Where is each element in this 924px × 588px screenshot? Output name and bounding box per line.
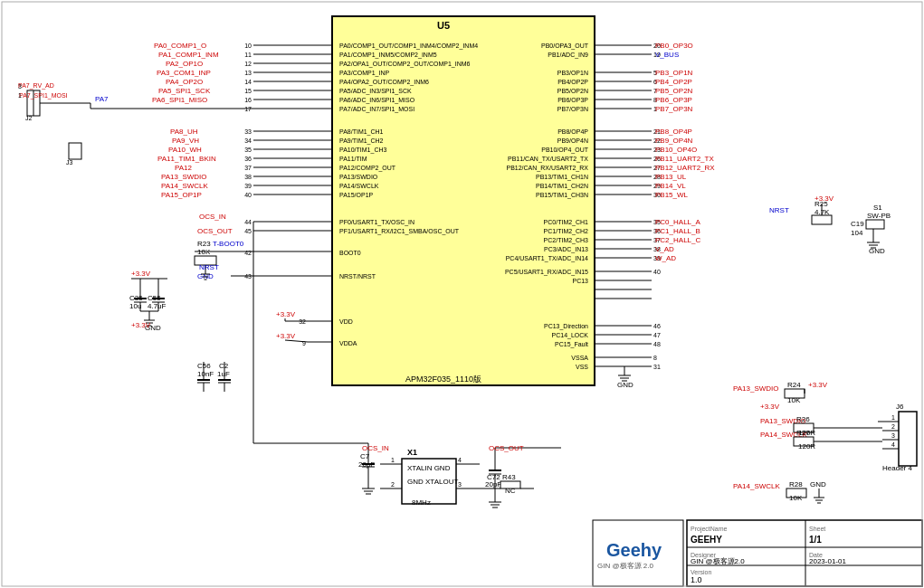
svg-text:OCS_OUT: OCS_OUT bbox=[197, 227, 233, 235]
svg-text:PA7_SPI1_MOSI: PA7_SPI1_MOSI bbox=[19, 92, 68, 100]
svg-rect-288 bbox=[794, 423, 814, 432]
svg-text:GND: GND bbox=[197, 272, 214, 280]
svg-text:10nF: 10nF bbox=[197, 370, 214, 378]
svg-text:8MHz: 8MHz bbox=[412, 498, 431, 507]
svg-text:X1: X1 bbox=[407, 448, 417, 457]
svg-text:PB1/ADC_IN9: PB1/ADC_IN9 bbox=[548, 52, 588, 59]
svg-text:VDD: VDD bbox=[339, 318, 353, 325]
svg-text:28: 28 bbox=[653, 174, 661, 180]
svg-text:VSS: VSS bbox=[576, 364, 588, 370]
svg-text:PA13/SWDIO: PA13/SWDIO bbox=[339, 174, 378, 180]
svg-text:PA6/ADC_IN6/SPI1_MISO: PA6/ADC_IN6/SPI1_MISO bbox=[339, 97, 415, 104]
svg-text:Version: Version bbox=[691, 569, 711, 575]
svg-text:PB13_UL: PB13_UL bbox=[655, 173, 687, 181]
svg-text:7: 7 bbox=[653, 88, 657, 94]
svg-text:PA14_SWCLK: PA14_SWCLK bbox=[161, 182, 209, 190]
svg-text:35: 35 bbox=[653, 219, 661, 225]
svg-text:PA10_WH: PA10_WH bbox=[168, 146, 202, 154]
svg-text:GND: GND bbox=[810, 480, 826, 488]
svg-text:PB3/OP1N: PB3/OP1N bbox=[557, 70, 588, 76]
svg-text:U5: U5 bbox=[437, 20, 450, 31]
svg-text:ProjectName: ProjectName bbox=[691, 526, 728, 533]
svg-text:26: 26 bbox=[653, 156, 661, 162]
svg-text:10u: 10u bbox=[129, 302, 141, 310]
svg-rect-306 bbox=[402, 459, 456, 504]
svg-text:PC4/USART1_TX/ADC_IN14: PC4/USART1_TX/ADC_IN14 bbox=[506, 255, 588, 262]
svg-text:PA13_SWDIO: PA13_SWDIO bbox=[161, 173, 207, 181]
svg-text:PA9/TIM1_CH2: PA9/TIM1_CH2 bbox=[339, 138, 384, 145]
svg-text:PA2_OP1O: PA2_OP1O bbox=[166, 60, 203, 68]
svg-text:40: 40 bbox=[244, 192, 252, 198]
svg-text:40: 40 bbox=[653, 269, 661, 275]
svg-text:PB5_OP2N: PB5_OP2N bbox=[655, 87, 693, 95]
svg-text:+3.3V: +3.3V bbox=[760, 403, 780, 411]
svg-text:PB13/TIM1_CH1N: PB13/TIM1_CH1N bbox=[536, 174, 588, 181]
svg-text:13: 13 bbox=[244, 70, 252, 76]
svg-text:PB11/CAN_TX/USART2_TX: PB11/CAN_TX/USART2_TX bbox=[508, 156, 588, 163]
svg-text:C35: C35 bbox=[129, 294, 143, 302]
svg-text:+3.3V: +3.3V bbox=[276, 310, 296, 318]
svg-text:PB14/TIM1_CH2N: PB14/TIM1_CH2N bbox=[536, 183, 588, 190]
svg-line-239 bbox=[285, 340, 308, 342]
svg-text:44: 44 bbox=[244, 219, 252, 225]
svg-text:GEEHY: GEEHY bbox=[691, 535, 722, 545]
svg-text:PA15_OP1P: PA15_OP1P bbox=[161, 191, 202, 199]
svg-text:1: 1 bbox=[18, 92, 22, 99]
svg-text:PA12: PA12 bbox=[175, 164, 193, 172]
svg-text:PC0/TIM2_CH1: PC0/TIM2_CH1 bbox=[544, 219, 589, 226]
svg-text:PB8_OP4P: PB8_OP4P bbox=[655, 128, 692, 136]
svg-text:37: 37 bbox=[244, 165, 252, 171]
svg-text:10K: 10K bbox=[197, 248, 211, 256]
svg-rect-188 bbox=[27, 90, 40, 116]
svg-text:10K: 10K bbox=[789, 494, 803, 502]
svg-text:PC14_LOCK: PC14_LOCK bbox=[552, 332, 589, 339]
svg-text:+3.3V: +3.3V bbox=[808, 381, 828, 389]
svg-text:12: 12 bbox=[244, 61, 252, 67]
svg-text:PA7/ADC_IN7/SPI1_MOSI: PA7/ADC_IN7/SPI1_MOSI bbox=[339, 106, 414, 113]
svg-text:PC2/TIM2_CH3: PC2/TIM2_CH3 bbox=[544, 237, 589, 244]
svg-text:19: 19 bbox=[653, 52, 661, 58]
svg-text:PB4_OP2P: PB4_OP2P bbox=[655, 78, 692, 86]
svg-text:R26: R26 bbox=[796, 415, 810, 423]
svg-text:21: 21 bbox=[653, 128, 661, 135]
svg-text:PA14_SWCLK: PA14_SWCLK bbox=[760, 431, 808, 439]
svg-text:2023-01-01: 2023-01-01 bbox=[809, 557, 846, 565]
svg-text:47: 47 bbox=[653, 332, 661, 338]
svg-text:PA3_COM1_INP: PA3_COM1_INP bbox=[157, 69, 211, 77]
svg-text:R23: R23 bbox=[197, 240, 211, 248]
svg-text:22: 22 bbox=[653, 138, 661, 144]
svg-rect-0 bbox=[332, 16, 595, 385]
svg-text:GND  XTALOUT: GND XTALOUT bbox=[407, 478, 458, 486]
svg-text:Geehy: Geehy bbox=[606, 540, 662, 560]
svg-text:PB6/OP3P: PB6/OP3P bbox=[557, 97, 588, 103]
svg-text:3: 3 bbox=[891, 432, 895, 439]
svg-text:PA1_COMP1_INM: PA1_COMP1_INM bbox=[158, 51, 219, 59]
svg-text:46: 46 bbox=[653, 323, 661, 329]
svg-text:PC15_Fault: PC15_Fault bbox=[555, 341, 588, 348]
svg-text:R27: R27 bbox=[796, 429, 810, 437]
svg-text:PA8/TIM1_CH1: PA8/TIM1_CH1 bbox=[339, 128, 384, 136]
svg-text:29: 29 bbox=[653, 183, 661, 189]
svg-text:15: 15 bbox=[244, 88, 252, 94]
svg-text:PA0_COMP1_O: PA0_COMP1_O bbox=[154, 42, 206, 50]
svg-text:PA9_VH: PA9_VH bbox=[172, 137, 199, 145]
svg-text:PB11_UART2_TX: PB11_UART2_TX bbox=[655, 155, 714, 163]
svg-text:PB14_VL: PB14_VL bbox=[655, 182, 686, 190]
svg-text:PA14_SWCLK: PA14_SWCLK bbox=[733, 482, 781, 490]
svg-rect-199 bbox=[69, 143, 81, 159]
svg-text:1: 1 bbox=[653, 106, 657, 112]
svg-text:120R: 120R bbox=[798, 442, 815, 450]
svg-text:4: 4 bbox=[458, 457, 462, 463]
svg-text:PA13_SWDIO: PA13_SWDIO bbox=[760, 417, 806, 425]
svg-rect-270 bbox=[785, 389, 805, 398]
svg-text:+3.3V: +3.3V bbox=[131, 270, 151, 278]
svg-text:VSSA: VSSA bbox=[571, 355, 588, 361]
svg-text:36: 36 bbox=[244, 156, 252, 162]
svg-text:PA0/COMP1_OUT/COMP1_INM4/COMP2: PA0/COMP1_OUT/COMP1_INM4/COMP2_INM4 bbox=[339, 43, 478, 50]
svg-text:PC0_HALL_A: PC0_HALL_A bbox=[655, 218, 700, 226]
svg-text:42: 42 bbox=[244, 250, 252, 256]
svg-text:PB15_WL: PB15_WL bbox=[655, 191, 689, 199]
svg-text:PA3/COMP1_INP: PA3/COMP1_INP bbox=[339, 70, 389, 77]
svg-text:Designer: Designer bbox=[691, 552, 717, 559]
svg-text:GND: GND bbox=[617, 381, 633, 389]
